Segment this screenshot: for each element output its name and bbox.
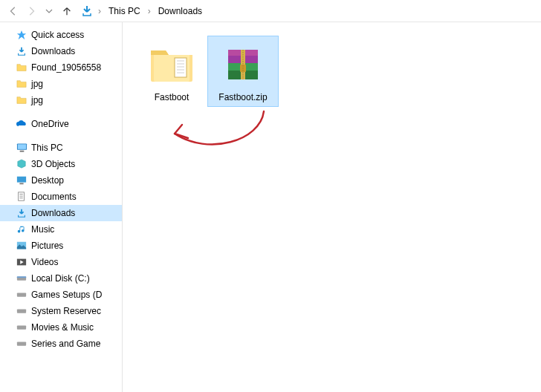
nav-forward-button[interactable] [22, 2, 40, 20]
tree-label: Pictures [31, 241, 63, 251]
folder-icon [15, 77, 28, 91]
tree-item-folder[interactable]: Found_19056558 [0, 59, 122, 76]
tree-label: Desktop [31, 175, 64, 186]
star-icon [15, 28, 28, 42]
navigation-tree[interactable]: Quick access Downloads Found_19056558 jp… [0, 22, 123, 392]
tree-item-pictures[interactable]: Pictures [0, 238, 122, 254]
tree-label: This PC [31, 143, 63, 153]
tree-item-disk[interactable]: System Reservec [0, 303, 122, 319]
svg-rect-1 [17, 144, 25, 149]
svg-rect-4 [19, 183, 23, 185]
tree-label: Quick access [31, 30, 84, 40]
tree-onedrive[interactable]: OneDrive [0, 116, 122, 132]
tree-label: jpg [31, 79, 43, 89]
cube-icon [15, 157, 28, 171]
tree-label: OneDrive [31, 119, 69, 129]
svg-rect-10 [17, 293, 26, 296]
svg-rect-11 [17, 309, 26, 313]
tree-label: Movies & Music [31, 322, 94, 333]
tree-item-disk[interactable]: Movies & Music [0, 319, 122, 336]
tree-item-disk[interactable]: Games Setups (D [0, 287, 122, 303]
tree-label: Found_19056558 [31, 62, 101, 73]
tree-label: Games Setups (D [31, 290, 102, 300]
file-list[interactable]: Fastboot Fastboot.zip [123, 22, 541, 392]
pictures-icon [15, 239, 28, 252]
chevron-right-icon: › [145, 6, 154, 16]
disk-icon [15, 304, 28, 318]
tree-item-documents[interactable]: Documents [0, 189, 122, 205]
svg-rect-12 [17, 325, 26, 329]
recent-locations-dropdown[interactable] [40, 2, 58, 20]
tree-item-videos[interactable]: Videos [0, 254, 122, 270]
svg-rect-9 [17, 276, 26, 278]
tree-label: Downloads [31, 46, 75, 56]
tree-label: Videos [31, 257, 58, 267]
disk-icon [15, 288, 28, 301]
chevron-right-icon: › [95, 6, 104, 16]
file-item-zip[interactable]: Fastboot.zip [207, 36, 279, 107]
tree-item-folder[interactable]: jpg [0, 76, 122, 92]
folder-icon [15, 94, 28, 107]
tree-item-downloads[interactable]: Downloads [0, 205, 122, 221]
main: Quick access Downloads Found_19056558 jp… [0, 22, 541, 392]
tree-item-music[interactable]: Music [0, 221, 122, 238]
tree-label: Documents [31, 192, 77, 202]
downloads-location-icon [80, 4, 94, 18]
svg-rect-3 [17, 177, 26, 183]
svg-rect-13 [17, 342, 26, 345]
tree-item-folder[interactable]: jpg [0, 92, 122, 108]
tree-label: Series and Game [31, 339, 100, 349]
annotation-arrow [137, 104, 286, 163]
tree-label: Downloads [31, 208, 75, 218]
music-icon [15, 223, 28, 236]
documents-icon [15, 190, 28, 203]
nav-back-button[interactable] [4, 2, 22, 20]
tree-item-3d-objects[interactable]: 3D Objects [0, 156, 122, 172]
tree-item-local-disk[interactable]: Local Disk (C:) [0, 270, 122, 287]
tree-label: Music [31, 224, 54, 235]
monitor-icon [15, 141, 28, 154]
desktop-icon [15, 174, 28, 187]
cloud-icon [15, 117, 28, 131]
toolbar: › This PC › Downloads [0, 0, 541, 22]
tree-quick-access[interactable]: Quick access [0, 27, 122, 43]
tree-item-disk[interactable]: Series and Game [0, 336, 122, 352]
file-item-folder[interactable]: Fastboot [136, 36, 207, 107]
folder-icon [148, 40, 195, 88]
download-icon [15, 206, 28, 220]
tree-label: jpg [31, 95, 43, 105]
tree-item-downloads[interactable]: Downloads [0, 43, 122, 59]
breadcrumb[interactable]: › This PC › Downloads [80, 4, 205, 18]
archive-icon [219, 40, 267, 88]
tree-item-desktop[interactable]: Desktop [0, 172, 122, 189]
svg-rect-2 [19, 151, 24, 152]
file-label: Fastboot.zip [218, 92, 267, 102]
tree-label: Local Disk (C:) [31, 273, 90, 284]
breadcrumb-segment-thispc[interactable]: This PC [106, 4, 143, 18]
folder-icon [15, 61, 28, 74]
disk-icon [15, 321, 28, 334]
disk-icon [15, 272, 28, 285]
tree-this-pc[interactable]: This PC [0, 140, 122, 156]
breadcrumb-segment-downloads[interactable]: Downloads [155, 4, 205, 18]
disk-icon [15, 337, 28, 350]
file-label: Fastboot [155, 92, 189, 102]
download-icon [15, 45, 28, 58]
tree-label: 3D Objects [31, 159, 75, 169]
nav-up-button[interactable] [58, 2, 76, 20]
videos-icon [15, 255, 28, 269]
tree-label: System Reservec [31, 306, 101, 316]
